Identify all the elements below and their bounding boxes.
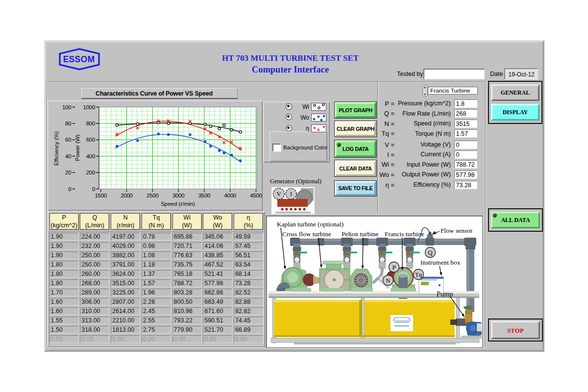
svg-text:3500: 3500	[198, 193, 210, 198]
svg-text:Power (W): Power (W)	[74, 134, 80, 161]
svg-text:4000: 4000	[224, 193, 236, 198]
svg-text:ESSOM: ESSOM	[396, 319, 408, 323]
svg-text:100: 100	[62, 104, 71, 110]
svg-text:Efficiency (%): Efficiency (%)	[53, 131, 59, 166]
svg-text:Pelton turbine: Pelton turbine	[342, 230, 379, 238]
svg-text:40: 40	[65, 153, 71, 159]
svg-text:I: I	[290, 190, 292, 197]
svg-text:Q: Q	[428, 249, 433, 256]
svg-text:Tq: Tq	[415, 271, 422, 278]
svg-text:1000: 1000	[83, 104, 95, 110]
svg-text:Kaplan turbine (optional): Kaplan turbine (optional)	[277, 220, 343, 228]
svg-text:Flow sensor: Flow sensor	[441, 227, 473, 234]
svg-text:800: 800	[86, 121, 95, 126]
svg-text:2000: 2000	[121, 193, 132, 198]
svg-text:80: 80	[65, 121, 71, 126]
svg-text:1500: 1500	[95, 193, 107, 198]
svg-text:0: 0	[92, 186, 95, 192]
svg-text:Cross flow turbine: Cross flow turbine	[282, 230, 331, 238]
svg-text:3000: 3000	[172, 193, 184, 198]
svg-text:20: 20	[65, 170, 71, 175]
svg-text:60: 60	[65, 137, 71, 143]
svg-text:Instrument box: Instrument box	[420, 259, 461, 266]
svg-text:200: 200	[86, 170, 95, 175]
svg-text:P: P	[392, 264, 395, 271]
svg-text:400: 400	[86, 153, 95, 159]
svg-text:V: V	[276, 190, 281, 197]
svg-text:N: N	[386, 277, 391, 284]
svg-text:600: 600	[86, 137, 95, 143]
svg-text:Pump: Pump	[437, 290, 453, 298]
svg-text:2500: 2500	[147, 193, 158, 198]
svg-text:4500: 4500	[250, 193, 262, 198]
svg-text:Speed (r/min): Speed (r/min)	[161, 201, 195, 207]
svg-text:Francis turbine: Francis turbine	[385, 230, 424, 238]
svg-text:0: 0	[68, 186, 71, 192]
